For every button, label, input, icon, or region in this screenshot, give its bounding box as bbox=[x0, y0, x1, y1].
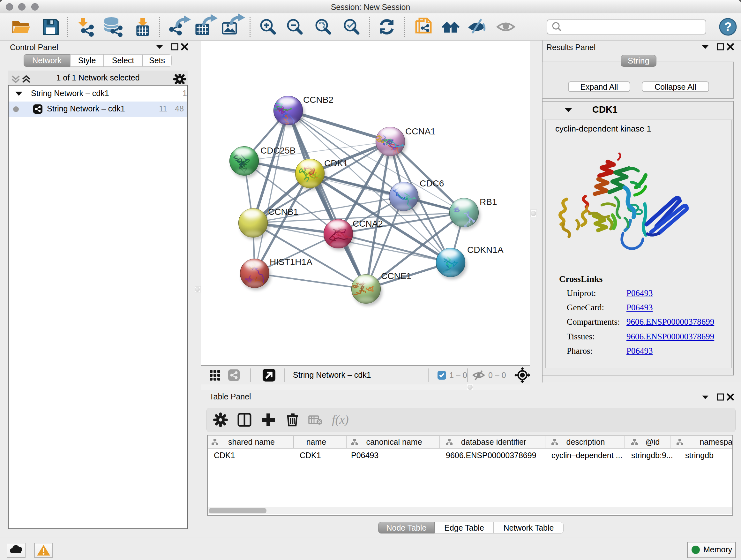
svg-text:CCNB1: CCNB1 bbox=[268, 207, 298, 217]
svg-text:CCNA1: CCNA1 bbox=[405, 126, 435, 136]
svg-text:f(x): f(x) bbox=[332, 413, 349, 427]
svg-text:CDK1: CDK1 bbox=[324, 159, 348, 168]
svg-text:RB1: RB1 bbox=[480, 197, 497, 207]
svg-text:canonical name: canonical name bbox=[366, 437, 422, 446]
svg-text:description: description bbox=[566, 437, 605, 446]
svg-text:CDC6: CDC6 bbox=[420, 179, 444, 188]
svg-text:database identifier: database identifier bbox=[461, 437, 526, 446]
svg-text:namespace: namespace bbox=[699, 437, 732, 446]
svg-text:CDC25B: CDC25B bbox=[260, 145, 295, 155]
svg-text:name: name bbox=[307, 437, 327, 446]
svg-text:0 – 0: 0 – 0 bbox=[488, 371, 506, 380]
svg-text:shared name: shared name bbox=[228, 437, 275, 446]
svg-text:CCNA2: CCNA2 bbox=[353, 219, 383, 229]
svg-text:CCNB2: CCNB2 bbox=[303, 95, 333, 105]
svg-text:?: ? bbox=[724, 20, 731, 34]
svg-text:@id: @id bbox=[646, 437, 660, 446]
svg-text:1 – 0: 1 – 0 bbox=[449, 371, 467, 380]
svg-text:CCNE1: CCNE1 bbox=[381, 271, 411, 281]
svg-text:HIST1H1A: HIST1H1A bbox=[270, 257, 313, 267]
svg-text:CDKN1A: CDKN1A bbox=[467, 245, 503, 255]
